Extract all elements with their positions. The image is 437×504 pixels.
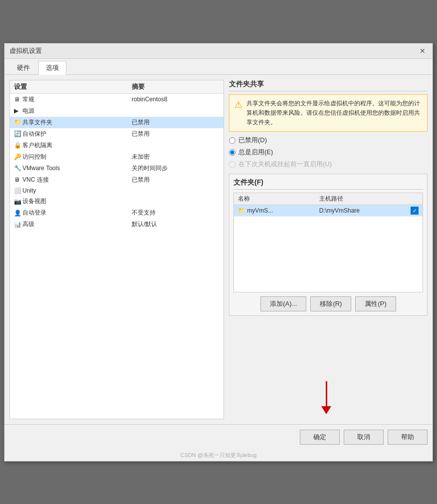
settings-row-name: 🔄自动保护 <box>10 128 128 140</box>
radio-disabled-label: 已禁用(D) <box>238 136 267 145</box>
settings-row-name: ▶电源 <box>10 105 128 117</box>
settings-row-summary <box>128 105 223 117</box>
settings-row-summary: 不受支持 <box>128 207 223 219</box>
settings-row-summary <box>128 140 223 151</box>
folder-col-name: 名称 <box>234 193 315 205</box>
row-icon: 📊 <box>14 221 21 228</box>
settings-row-name: 📊高级 <box>10 219 128 230</box>
row-icon: ▶ <box>14 107 21 114</box>
settings-row-name: 📷设备视图 <box>10 196 128 207</box>
add-button[interactable]: 添加(A)... <box>260 296 306 311</box>
row-icon: 🔒 <box>14 142 21 149</box>
bottom-actions: 确定 取消 帮助 <box>300 430 428 445</box>
warning-text: 共享文件夹会将您的文件显示给虚拟机中的程序。这可能为您的计算机和数据带来风险。请… <box>246 99 422 128</box>
col-summary-header: 摘要 <box>128 80 223 94</box>
row-icon: 👤 <box>14 210 21 217</box>
help-button[interactable]: 帮助 <box>388 430 428 445</box>
folder-icon: 📁 <box>238 207 245 214</box>
ok-button[interactable]: 确定 <box>300 430 340 445</box>
tab-hardware[interactable]: 硬件 <box>9 61 37 74</box>
row-icon: ⬜ <box>14 187 21 194</box>
settings-row[interactable]: 🔒客户机隔离 <box>10 140 223 151</box>
folder-col-host-path: 主机路径 <box>315 193 407 205</box>
left-settings-panel: 设置 摘要 🖥常规 robinCentos8 ▶电源 📁共享文件夹 已禁用 🔄自… <box>9 80 224 419</box>
folder-table-wrapper: 名称 主机路径 📁 myVmS... D:\myVmShare ✓ <box>233 193 423 292</box>
settings-row[interactable]: ⬜Unity <box>10 186 223 196</box>
down-arrow <box>321 381 331 414</box>
col-setting-header: 设置 <box>10 80 128 94</box>
folder-section: 文件夹(F) 名称 主机路径 📁 myVmS... <box>229 174 428 316</box>
radio-always-on-label: 总是启用(E) <box>238 148 273 157</box>
arrow-area <box>229 322 428 419</box>
settings-row-summary: 已禁用 <box>128 128 223 140</box>
settings-row-summary: robinCentos8 <box>128 93 223 105</box>
tab-options[interactable]: 选项 <box>38 61 66 75</box>
radio-disabled-input[interactable] <box>229 137 235 144</box>
cancel-button[interactable]: 取消 <box>344 430 384 445</box>
title-bar: 虚拟机设置 ✕ <box>4 43 433 59</box>
settings-row[interactable]: 🖥常规 robinCentos8 <box>10 93 223 105</box>
settings-row[interactable]: 🔧VMware Tools 关闭时间同步 <box>10 163 223 174</box>
settings-row[interactable]: 👤自动登录 不受支持 <box>10 207 223 219</box>
settings-row-summary: 关闭时间同步 <box>128 163 223 174</box>
row-icon: 🖥 <box>14 96 21 103</box>
row-icon: 📷 <box>14 198 21 205</box>
folder-col-check <box>407 193 423 205</box>
settings-row-name: 👤自动登录 <box>10 207 128 219</box>
settings-row[interactable]: 🔄自动保护 已禁用 <box>10 128 223 140</box>
arrow-line <box>326 381 327 406</box>
settings-row-name: 🔧VMware Tools <box>10 163 128 174</box>
folder-buttons: 添加(A)... 移除(R) 属性(P) <box>233 296 423 311</box>
settings-row[interactable]: 📁共享文件夹 已禁用 <box>10 117 223 128</box>
settings-row[interactable]: 🖥VNC 连接 已禁用 <box>10 174 223 186</box>
folder-row-path: D:\myVmShare <box>315 205 407 217</box>
settings-row-name: 📁共享文件夹 <box>10 117 128 128</box>
folder-section-title: 文件夹(F) <box>233 178 423 190</box>
settings-row[interactable]: 🔑访问控制 未加密 <box>10 151 223 163</box>
settings-row-summary: 未加密 <box>128 151 223 163</box>
radio-disabled[interactable]: 已禁用(D) <box>229 136 428 145</box>
radio-until-off-label: 在下次关机或挂起前一直启用(U) <box>238 160 332 169</box>
warning-box: ⚠ 共享文件夹会将您的文件显示给虚拟机中的程序。这可能为您的计算机和数据带来风险… <box>229 94 428 132</box>
warning-icon: ⚠ <box>234 99 242 110</box>
close-button[interactable]: ✕ <box>418 47 428 55</box>
radio-until-off-input <box>229 161 235 168</box>
settings-row[interactable]: 📊高级 默认/默认 <box>10 219 223 230</box>
settings-row-summary: 已禁用 <box>128 117 223 128</box>
bottom-bar: 确定 取消 帮助 <box>4 424 433 450</box>
sharing-radio-group: 已禁用(D) 总是启用(E) 在下次关机或挂起前一直启用(U) <box>229 136 428 169</box>
row-icon: 🔄 <box>14 130 21 137</box>
folder-table: 名称 主机路径 📁 myVmS... D:\myVmShare ✓ <box>234 193 423 217</box>
settings-row-name: ⬜Unity <box>10 186 128 196</box>
radio-always-on-input[interactable] <box>229 149 235 156</box>
folder-row-check: ✓ <box>407 205 423 217</box>
main-content: 设置 摘要 🖥常规 robinCentos8 ▶电源 📁共享文件夹 已禁用 🔄自… <box>4 75 433 424</box>
settings-row[interactable]: ▶电源 <box>10 105 223 117</box>
folder-row[interactable]: 📁 myVmS... D:\myVmShare ✓ <box>234 205 423 217</box>
watermark: CSDN @杀死一只知更鸟debug <box>4 450 433 461</box>
section-title: 文件夹共享 <box>229 80 428 91</box>
properties-button[interactable]: 属性(P) <box>355 296 396 311</box>
settings-row-name: 🔑访问控制 <box>10 151 128 163</box>
right-panel: 文件夹共享 ⚠ 共享文件夹会将您的文件显示给虚拟机中的程序。这可能为您的计算机和… <box>229 80 428 419</box>
radio-always-on[interactable]: 总是启用(E) <box>229 148 428 157</box>
folder-row-name: 📁 myVmS... <box>234 205 315 217</box>
settings-row-name: 🔒客户机隔离 <box>10 140 128 151</box>
radio-until-off[interactable]: 在下次关机或挂起前一直启用(U) <box>229 160 428 169</box>
check-icon[interactable]: ✓ <box>411 207 419 215</box>
settings-row-summary: 已禁用 <box>128 174 223 186</box>
dialog-title: 虚拟机设置 <box>9 46 42 55</box>
settings-row[interactable]: 📷设备视图 <box>10 196 223 207</box>
file-sharing-section: 文件夹共享 ⚠ 共享文件夹会将您的文件显示给虚拟机中的程序。这可能为您的计算机和… <box>229 80 428 316</box>
settings-row-name: 🖥常规 <box>10 93 128 105</box>
arrow-head <box>321 406 331 414</box>
remove-button[interactable]: 移除(R) <box>310 296 351 311</box>
settings-row-name: 🖥VNC 连接 <box>10 174 128 186</box>
settings-row-summary <box>128 186 223 196</box>
settings-row-summary <box>128 196 223 207</box>
row-icon: 🔧 <box>14 165 21 172</box>
row-icon: 📁 <box>14 119 21 126</box>
tabs-bar: 硬件 选项 <box>4 59 433 75</box>
main-dialog: 虚拟机设置 ✕ 硬件 选项 设置 摘要 🖥常规 robinCentos8 ▶电源 <box>4 43 433 462</box>
row-icon: 🖥 <box>14 176 21 183</box>
